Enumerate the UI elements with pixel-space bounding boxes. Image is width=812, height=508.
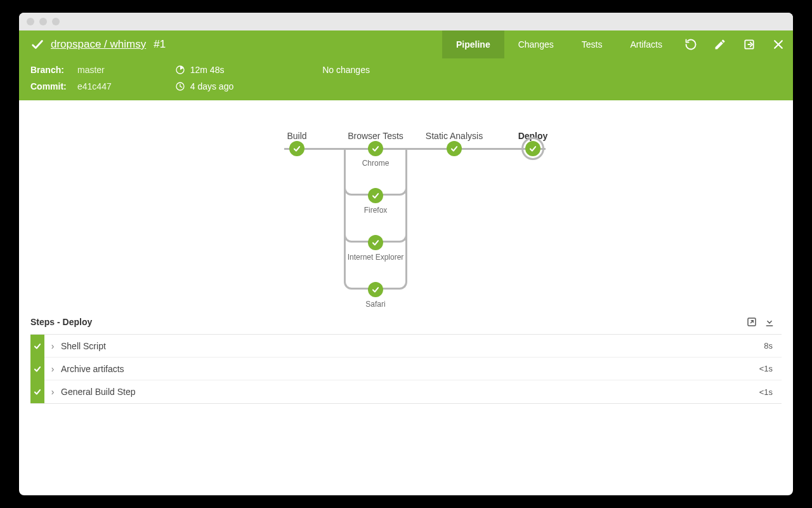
header-tabs: Pipeline Changes Tests Artifacts <box>442 30 793 58</box>
parallel-label-chrome: Chrome <box>362 159 390 168</box>
duration-value: 12m 48s <box>190 65 225 75</box>
stage-node-build[interactable] <box>289 141 304 156</box>
run-number: #1 <box>154 38 166 51</box>
project-breadcrumb[interactable]: dropspace / whimsy <box>51 38 146 51</box>
pipeline-connector <box>284 148 546 150</box>
tab-pipeline[interactable]: Pipeline <box>442 30 504 58</box>
tab-tests[interactable]: Tests <box>568 30 617 58</box>
clock-icon <box>175 81 185 91</box>
chevron-right-icon: › <box>44 364 61 374</box>
app-window: dropspace / whimsy #1 Pipeline Changes T… <box>19 13 793 495</box>
stage-node-static-analysis[interactable] <box>447 141 462 156</box>
step-duration: <1s <box>759 387 782 397</box>
branch-value: master <box>77 65 105 75</box>
stage-node-deploy[interactable] <box>525 141 540 156</box>
check-icon <box>371 238 380 247</box>
parallel-label-safari: Safari <box>365 300 385 309</box>
tab-label: Pipeline <box>456 39 490 50</box>
check-icon <box>371 285 380 294</box>
tab-artifacts[interactable]: Artifacts <box>616 30 676 58</box>
tab-label: Artifacts <box>630 39 662 50</box>
window-close-dot[interactable] <box>27 18 34 25</box>
pipeline-graph: Build Browser Tests Static Analysis Depl… <box>19 100 793 316</box>
step-status-icon <box>30 358 44 380</box>
step-name: Shell Script <box>61 341 764 351</box>
branch-label: Branch: <box>30 65 72 75</box>
window-max-dot[interactable] <box>52 18 60 25</box>
parallel-label-firefox: Firefox <box>364 206 388 215</box>
open-external-button[interactable] <box>735 30 764 58</box>
step-duration: 8s <box>764 341 782 351</box>
rerun-button[interactable] <box>676 30 705 58</box>
check-icon <box>450 144 459 153</box>
steps-list: › Shell Script 8s › Archive artifacts <1… <box>30 334 782 404</box>
open-log-button[interactable] <box>746 316 764 328</box>
step-duration: <1s <box>759 364 782 373</box>
age-value: 4 days ago <box>190 81 234 91</box>
chevron-right-icon: › <box>44 387 61 397</box>
close-button[interactable] <box>764 30 793 58</box>
step-row[interactable]: › Shell Script 8s <box>30 335 782 358</box>
stage-label-build: Build <box>287 131 306 141</box>
step-status-icon <box>30 335 44 358</box>
check-icon <box>528 144 537 153</box>
parallel-node-safari[interactable] <box>368 282 383 297</box>
parallel-branch-box <box>344 149 407 290</box>
run-header: dropspace / whimsy #1 Pipeline Changes T… <box>19 30 793 58</box>
commit-value[interactable]: e41c447 <box>77 81 112 91</box>
download-button[interactable] <box>764 316 782 328</box>
edit-button[interactable] <box>705 30 735 58</box>
stage-label-browser-tests: Browser Tests <box>348 131 403 141</box>
chevron-right-icon: › <box>44 341 61 351</box>
step-name: Archive artifacts <box>61 364 759 374</box>
steps-panel: Steps - Deploy › Shell Script 8s › Archi… <box>19 316 793 417</box>
parallel-node-chrome[interactable] <box>368 141 383 156</box>
step-name: General Build Step <box>61 387 759 397</box>
steps-title: Steps - Deploy <box>30 317 92 327</box>
parallel-node-ie[interactable] <box>368 235 383 250</box>
window-min-dot[interactable] <box>39 18 47 25</box>
parallel-label-ie: Internet Explorer <box>348 253 404 262</box>
window-titlebar <box>19 13 793 30</box>
commit-label: Commit: <box>30 81 72 91</box>
stage-label-static-analysis: Static Analysis <box>426 131 483 141</box>
duration-icon <box>175 65 185 75</box>
check-icon <box>371 144 380 153</box>
status-check-icon <box>30 37 44 51</box>
run-subheader: Branch:master Commit:e41c447 12m 48s 4 d… <box>19 58 793 100</box>
step-row[interactable]: › General Build Step <1s <box>30 380 782 403</box>
changes-value: No changes <box>322 65 370 75</box>
step-row[interactable]: › Archive artifacts <1s <box>30 358 782 380</box>
tab-label: Changes <box>518 39 554 50</box>
step-status-icon <box>30 380 44 403</box>
check-icon <box>292 144 301 153</box>
check-icon <box>371 191 380 200</box>
tab-changes[interactable]: Changes <box>504 30 568 58</box>
tab-label: Tests <box>582 39 603 50</box>
parallel-node-firefox[interactable] <box>368 188 383 203</box>
